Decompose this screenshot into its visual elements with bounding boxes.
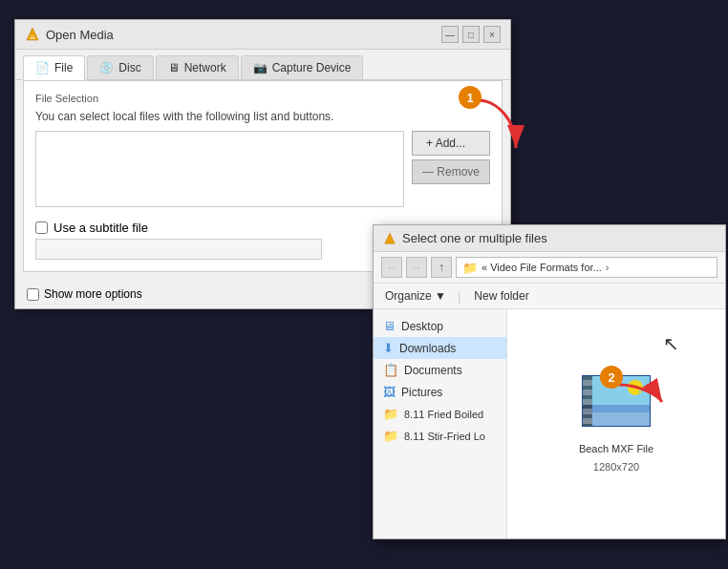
subtitle-label: Use a subtitle file	[54, 221, 148, 235]
organize-button[interactable]: Organize ▼	[381, 287, 450, 305]
tab-disc[interactable]: 💿 Disc	[87, 55, 153, 79]
documents-icon: 📋	[383, 363, 398, 377]
file-name: Beach MXF File	[579, 442, 653, 455]
folder2-icon: 📁	[383, 429, 398, 443]
tab-file-label: File	[54, 61, 73, 74]
svg-rect-14	[583, 409, 592, 414]
sidebar-documents-label: Documents	[404, 364, 462, 377]
dialog-content: 🖥 Desktop ⬇ Downloads 📋 Documents 🖼 Pict…	[374, 309, 725, 538]
close-button[interactable]: ×	[483, 26, 501, 43]
annotation-badge-1: 1	[459, 86, 482, 109]
sidebar-item-folder1[interactable]: 📁 8.11 Fried Boiled	[374, 403, 506, 425]
file-tab-icon: 📄	[35, 61, 50, 74]
title-bar-left: Open Media	[25, 27, 114, 42]
nav-back-button[interactable]: ←	[381, 257, 402, 278]
sidebar-item-downloads[interactable]: ⬇ Downloads	[374, 337, 506, 359]
path-chevron: ›	[606, 262, 610, 273]
sidebar-folder2-label: 8.11 Stir-Fried Lo	[404, 431, 485, 442]
tabs-row: 📄 File 💿 Disc 🖥 Network 📷 Capture Device	[15, 50, 510, 80]
folder1-icon: 📁	[383, 407, 398, 421]
file-selection-desc: You can select local files with the foll…	[35, 110, 490, 123]
dialog-vlc-icon	[383, 232, 396, 245]
file-meta: 1280x720	[593, 461, 639, 473]
sidebar-item-pictures[interactable]: 🖼 Pictures	[374, 381, 506, 403]
maximize-button[interactable]: □	[462, 26, 480, 43]
file-list-box[interactable]	[35, 131, 404, 207]
desktop-icon: 🖥	[383, 319, 396, 333]
show-more-checkbox[interactable]	[27, 288, 39, 301]
tab-file[interactable]: 📄 File	[23, 55, 85, 80]
sidebar-downloads-label: Downloads	[399, 342, 456, 355]
sidebar-pictures-label: Pictures	[401, 386, 442, 399]
dialog-sidebar: 🖥 Desktop ⬇ Downloads 📋 Documents 🖼 Pict…	[374, 309, 507, 538]
minimize-button[interactable]: —	[441, 26, 459, 43]
nav-up-button[interactable]: ↑	[431, 257, 452, 278]
new-folder-button[interactable]: New folder	[468, 287, 534, 305]
show-more-label: Show more options	[44, 287, 142, 301]
capture-tab-icon: 📷	[253, 61, 268, 74]
tab-network-label: Network	[184, 61, 226, 74]
vlc-icon	[25, 27, 40, 42]
dialog-main: ♪ Beach MXF File 1280x720	[507, 309, 725, 538]
file-dialog: Select one or multiple files ← → ↑ 📁 « V…	[373, 224, 726, 539]
dialog-title-bar: Select one or multiple files	[374, 225, 725, 252]
nav-forward-button[interactable]: →	[406, 257, 427, 278]
svg-rect-11	[583, 380, 592, 386]
path-bar: 📁 « Video File Formats for... ›	[456, 257, 717, 278]
subtitle-input[interactable]	[35, 239, 322, 260]
path-text: « Video File Formats for...	[482, 262, 602, 273]
tab-disc-label: Disc	[118, 61, 140, 74]
sidebar-item-folder2[interactable]: 📁 8.11 Stir-Fried Lo	[374, 425, 506, 447]
annotation-badge-2: 2	[600, 366, 623, 389]
file-preview: ♪ Beach MXF File 1280x720	[579, 375, 653, 473]
show-more-options[interactable]: Show more options	[27, 287, 142, 301]
pictures-icon: 🖼	[383, 385, 396, 399]
sidebar-folder1-label: 8.11 Fried Boiled	[404, 409, 483, 420]
file-buttons: + Add... — Remove	[412, 131, 490, 207]
add-button[interactable]: + Add...	[412, 131, 490, 156]
sidebar-item-desktop[interactable]: 🖥 Desktop	[374, 315, 506, 337]
dialog-title-text: Select one or multiple files	[402, 231, 547, 245]
remove-button[interactable]: — Remove	[412, 159, 490, 184]
tab-network[interactable]: 🖥 Network	[156, 55, 239, 79]
dialog-toolbar: Organize ▼ | New folder	[374, 284, 725, 309]
file-area-row: + Add... — Remove	[35, 131, 490, 207]
title-bar-controls: — □ ×	[441, 26, 501, 43]
svg-rect-13	[583, 399, 592, 405]
dialog-nav-bar: ← → ↑ 📁 « Video File Formats for... ›	[374, 252, 725, 284]
path-folder-icon: 📁	[462, 261, 478, 275]
svg-rect-2	[31, 35, 34, 37]
thumb-music-note: ♪	[635, 382, 644, 402]
tab-capture-label: Capture Device	[272, 61, 352, 74]
file-selection-label: File Selection	[35, 93, 490, 104]
subtitle-checkbox[interactable]	[35, 221, 48, 234]
tab-capture[interactable]: 📷 Capture Device	[241, 55, 364, 79]
disc-tab-icon: 💿	[99, 61, 114, 74]
svg-rect-15	[583, 418, 592, 424]
window-title: Open Media	[46, 28, 114, 42]
network-tab-icon: 🖥	[168, 61, 180, 74]
title-bar: Open Media — □ ×	[15, 20, 510, 50]
svg-marker-4	[385, 232, 396, 242]
svg-rect-7	[583, 412, 651, 427]
sidebar-item-documents[interactable]: 📋 Documents	[374, 359, 506, 381]
downloads-icon: ⬇	[383, 341, 394, 355]
svg-rect-1	[30, 37, 35, 39]
sidebar-desktop-label: Desktop	[401, 320, 443, 333]
toolbar-separator: |	[458, 289, 460, 304]
svg-rect-12	[583, 390, 592, 395]
